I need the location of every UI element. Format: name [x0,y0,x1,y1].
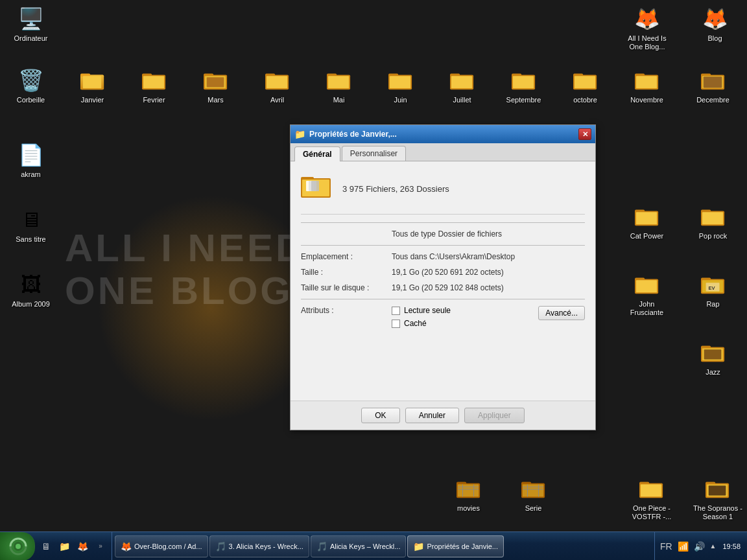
tray-clock[interactable]: 19:58 [720,542,743,550]
folder-icon [700,340,726,366]
info-taille: Taille : 19,1 Go (20 520 691 202 octets) [301,268,585,277]
desktop-icon-ordinateur[interactable]: 🖥️ Ordinateur [6,3,55,46]
lecture-seule-checkbox[interactable] [392,307,400,315]
desktop-icon-juillet[interactable]: Juillet [438,65,486,108]
desktop-icon-septembre[interactable]: Septembre [499,65,548,108]
desktop-icon-sans-titre[interactable]: 🖥 Sans titre [6,204,55,247]
desktop-icon-novembre[interactable]: Novembre [622,65,671,108]
desktop-icon-blog[interactable]: 🦊 Blog [691,3,739,46]
svg-rect-19 [389,76,410,88]
icon-label: The Sopranos - Season 1 [691,504,744,522]
cache-checkbox[interactable] [392,320,400,328]
dialog-title-text: Propriétés de Janvier,... [309,130,575,139]
svg-rect-6 [143,76,163,88]
computer-icon: 🖥️ [18,6,44,32]
lecture-seule-label: Lecture seule [404,306,451,315]
icon-label: John Frusciante [625,299,669,318]
separator3 [301,299,585,299]
svg-rect-25 [512,76,533,88]
desktop-icon-octobre[interactable]: octobre [561,65,610,108]
desktop-icon-fevrier[interactable]: Fevrier [130,65,178,108]
tray-time-value: 19:58 [722,542,741,550]
tray-network-icon[interactable]: 📶 [676,540,690,553]
desktop-icon-decembre[interactable]: Decembre [689,65,737,108]
taskbar-item-alicia1[interactable]: 🎵 3. Alicia Keys - Wreck... [209,535,309,557]
desktop-icon-serie[interactable]: Serie [509,473,558,516]
folder-icon [203,67,229,93]
desktop-icon-pop-rock[interactable]: Pop rock [689,201,737,244]
ok-button[interactable]: OK [361,408,399,423]
desktop-icon-juin[interactable]: Juin [376,65,425,108]
desktop-icon-cat-power[interactable]: Cat Power [622,201,671,244]
desktop-icon-all-i-need[interactable]: 🦊 All I Need Is One Blog... [618,3,676,54]
icon-label: One Piece - VOSTFR -... [625,504,678,522]
svg-rect-28 [574,76,595,88]
folder-icon [456,476,482,502]
desktop: ALL I NEED IS One Blog 🖥️ Ordinateur 🦊 A… [0,0,747,531]
start-button[interactable] [0,532,35,561]
icon-label: akram [19,170,43,180]
desktop-icon-one-piece[interactable]: One Piece - VOSTFR -... [622,473,681,524]
tray-lang-icon: FR [659,540,674,553]
tab-personnaliser[interactable]: Personnaliser [342,146,406,161]
desktop-icon-mars[interactable]: Mars [191,65,240,108]
desktop-icon-mai[interactable]: Mai [314,65,363,108]
desktop-icon-john-frusciante[interactable]: John Frusciante [622,269,671,320]
folder-icon: EV [700,272,726,298]
desktop-icon-akram[interactable]: 📄 akram [6,139,55,182]
desktop-icon-corbeille[interactable]: 🗑️ Corbeille [6,65,55,108]
tray-arrow-icon[interactable]: ▲ [709,541,718,551]
avance-button[interactable]: Avancé... [538,306,585,320]
folder-icon [705,476,731,502]
cancel-button[interactable]: Annuler [405,408,459,423]
folder-icon [700,67,726,93]
dialog-tabs: Général Personnaliser [290,143,595,161]
quick-desktop-btn[interactable]: 🖥 [38,538,54,555]
desktop-icon-jazz[interactable]: Jazz [689,337,737,380]
taskbar-items: 🦊 Over-Blog.com / Ad... 🎵 3. Alicia Keys… [112,532,654,560]
taskbar-item-properties[interactable]: 📁 Propriétés de Janvie... [407,535,503,557]
icon-label: Novembre [628,95,665,105]
dialog-close-button[interactable]: ✕ [578,128,591,140]
folder-icon [634,67,660,93]
folder-icon [700,204,726,229]
quick-arrow-btn[interactable]: » [92,538,109,555]
dialog-spacer [301,338,585,390]
quick-firefox-btn[interactable]: 🦊 [74,538,91,555]
document-icon: 📄 [18,142,44,168]
svg-rect-74 [709,485,726,495]
taille-disque-label: Taille sur le disque : [301,283,392,292]
dialog-content: 3 975 Fichiers, 263 Dossiers Tous de typ… [290,161,595,401]
attributs-content: Lecture seule Caché Avancé... [392,306,585,332]
desktop-icon-janvier[interactable]: Janvier [68,65,117,108]
taskbar-item-overblog[interactable]: 🦊 Over-Blog.com / Ad... [115,535,208,557]
quick-folder-btn[interactable]: 📁 [56,538,73,555]
emplacement-value: Tous dans C:\Users\Akram\Desktop [392,252,515,261]
svg-rect-31 [635,76,656,88]
dialog-properties: 📁 Propriétés de Janvier,... ✕ Général Pe… [290,124,596,430]
icon-label: Jazz [704,368,722,377]
desktop-icon-rap[interactable]: EV Rap [689,269,737,312]
cache-row: Caché [392,319,451,328]
folder-icon [634,272,660,298]
taskbar-item-icon: 🎵 [316,541,327,552]
desktop-icon-avril[interactable]: Avril [253,65,302,108]
desktop-icon-album2009[interactable]: 🖼 Album 2009 [6,269,55,312]
icon-label: Blog [706,34,724,43]
dialog-header: 3 975 Fichiers, 263 Dossiers [301,172,585,215]
folder-icon [80,67,106,93]
folder-icon [521,476,547,502]
desktop-icon-movies[interactable]: movies [444,473,493,516]
apply-button[interactable]: Appliquer [464,408,525,423]
dialog-footer: OK Annuler Appliquer [290,401,595,430]
icon-label: Juin [392,95,409,105]
svg-rect-13 [266,76,287,88]
icon-label: Janvier [79,95,106,105]
desktop-icon-sopranos[interactable]: The Sopranos - Season 1 [689,473,747,524]
checkboxes: Lecture seule Caché [392,306,451,332]
taskbar-item-alicia2[interactable]: 🎵 Alicia Keys – Wreckl... [311,535,407,557]
dialog-titlebar[interactable]: 📁 Propriétés de Janvier,... ✕ [290,125,595,143]
tab-general[interactable]: Général [294,146,340,161]
taskbar-item-label: 3. Alicia Keys - Wreck... [229,542,303,550]
tray-volume-icon[interactable]: 🔊 [693,540,706,553]
